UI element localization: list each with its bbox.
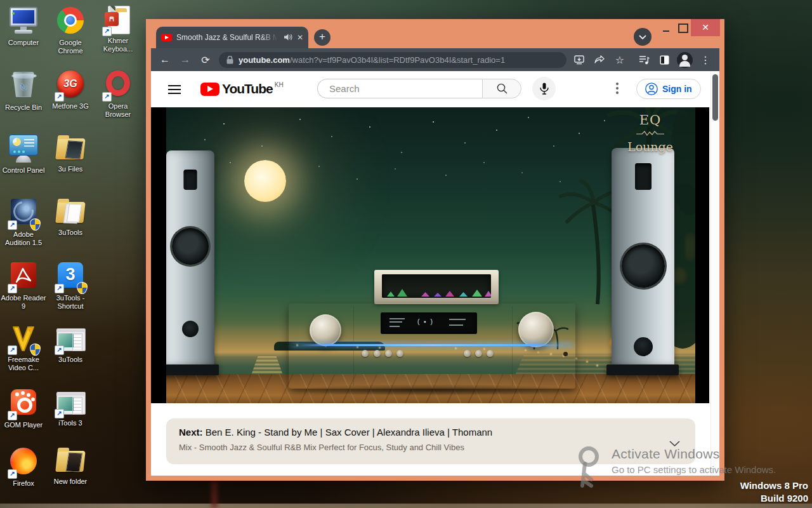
url-bar[interactable]: youtube.com/watch?v=tf9PavO3b4I&list=RDt…	[219, 52, 566, 68]
desktop-icon-3utools-app[interactable]: ↗ 3uTools	[48, 324, 93, 364]
desktop-icon-firefox[interactable]: ↗ Firefox	[1, 446, 46, 488]
minimize-button[interactable]	[661, 24, 671, 33]
scrollbar-thumb[interactable]	[712, 74, 718, 121]
folder-icon	[55, 446, 86, 476]
desktop-icon-computer[interactable]: Computer	[1, 5, 46, 47]
search-button[interactable]	[482, 79, 521, 98]
youtube-page: YouTube KH Sign in	[151, 71, 719, 476]
next-title: Ben E. King - Stand by Me | Sax Cover | …	[203, 427, 493, 438]
adobe-audition-icon: ↗	[8, 199, 39, 229]
youtube-menu-dots-icon[interactable]	[616, 83, 619, 85]
url-path: /watch?v=tf9PavO3b4I&list=RDtf9PavO3b4I&…	[290, 55, 505, 65]
install-icon[interactable]	[572, 52, 587, 67]
app-window-icon: ↗	[55, 324, 86, 354]
computer-icon	[8, 7, 39, 37]
desktop-icon-opera[interactable]: ↗ Opera Browser	[95, 69, 141, 119]
person-icon	[645, 83, 658, 95]
desktop-icon-khmer-keyboard[interactable]: ក↗ Khmer Keyboa...	[95, 5, 141, 53]
menu-dots-icon[interactable]: ⋮	[698, 52, 713, 67]
reload-icon[interactable]: ⟳	[198, 52, 213, 67]
amp-display: ( ▪ )	[381, 312, 477, 334]
desktop-icon-control-panel[interactable]: Control Panel	[1, 133, 46, 175]
back-icon[interactable]: ←	[157, 52, 173, 67]
shore-lights	[166, 107, 168, 109]
voice-search-button[interactable]	[532, 77, 556, 100]
desktop-icon-freemake[interactable]: ↗ Freemake Video C...	[1, 324, 46, 372]
desktop-bottom-band	[0, 504, 812, 508]
youtube-play-icon	[200, 83, 219, 96]
desktop-icon-gom-player[interactable]: ↗ GOM Player	[1, 387, 46, 429]
desktop-icon-3u-files[interactable]: 3u Files	[48, 133, 93, 173]
url-domain: youtube.com	[239, 55, 290, 65]
video-player[interactable]: ( ▪ ) EQ	[151, 107, 709, 403]
sign-in-button[interactable]: Sign in	[636, 79, 701, 99]
page-scrollbar[interactable]	[710, 71, 719, 476]
tab-close-icon[interactable]: ✕	[297, 34, 303, 41]
desktop-icon-3utools-folder[interactable]: 3uTools	[48, 197, 93, 237]
new-tab-button[interactable]: +	[314, 29, 331, 46]
amp-led-strip	[291, 344, 573, 346]
3utools-icon: 3↗	[55, 262, 86, 293]
channel-watermark: EQ Lounge	[615, 112, 685, 154]
chrome-window: Smooth Jazz & Soulful R&B M ✕ + ✕ ← → ⟳ …	[146, 19, 724, 481]
folder-icon	[55, 133, 86, 164]
desktop-icon-itools-3[interactable]: ↗ iTools 3	[48, 387, 93, 427]
moon	[244, 160, 286, 202]
desktop-icon-metfone-3g[interactable]: 3G↗ Metfone 3G	[48, 69, 93, 110]
waveform-icon	[636, 130, 665, 137]
chevron-down-icon	[639, 35, 646, 39]
eq-display-unit	[374, 270, 499, 304]
bookmark-star-icon[interactable]: ☆	[612, 52, 627, 67]
search-input[interactable]	[328, 83, 470, 95]
right-speaker	[612, 148, 674, 366]
youtube-logo[interactable]: YouTube KH	[200, 81, 284, 97]
khmer-keyboard-icon: ក↗	[103, 5, 133, 36]
desktop: Computer Google Chrome ក↗ Khmer Keyboa..…	[0, 0, 812, 508]
square-extension-icon[interactable]	[657, 52, 672, 67]
chrome-icon	[55, 7, 86, 37]
playlist-extension-icon[interactable]	[636, 52, 652, 67]
profile-avatar[interactable]	[677, 52, 693, 68]
share-icon[interactable]	[592, 52, 607, 67]
amplifier: ( ▪ )	[289, 304, 575, 389]
youtube-favicon	[161, 34, 172, 41]
hamburger-menu-icon[interactable]	[168, 85, 181, 86]
lock-icon	[226, 56, 233, 64]
recycle-bin-icon: ↻	[8, 72, 39, 102]
firefox-icon: ↗	[8, 448, 39, 478]
forward-icon[interactable]: →	[178, 52, 193, 67]
tab-search-button[interactable]	[634, 28, 652, 46]
metfone-3g-icon: 3G↗	[55, 70, 86, 101]
amp-knob-right	[518, 312, 554, 347]
desktop-icon-new-folder[interactable]: New folder	[48, 446, 93, 486]
maximize-button[interactable]	[678, 23, 688, 33]
desktop-icon-3utools-shortcut[interactable]: 3↗ 3uTools - Shortcut	[48, 260, 93, 311]
key-icon	[576, 446, 605, 488]
search-icon	[497, 83, 508, 94]
desktop-icon-adobe-reader[interactable]: ↗ Adobe Reader 9	[1, 260, 46, 311]
browser-tab[interactable]: Smooth Jazz & Soulful R&B M ✕	[156, 27, 308, 48]
video-frame[interactable]: ( ▪ ) EQ	[166, 107, 695, 403]
app-window-icon: ↗	[55, 387, 86, 418]
search-box[interactable]	[317, 79, 482, 98]
region-code: KH	[275, 81, 284, 88]
desktop-icon-recycle-bin[interactable]: ↻ Recycle Bin	[1, 69, 46, 112]
left-speaker	[166, 150, 214, 366]
desktop-icon-google-chrome[interactable]: Google Chrome	[48, 5, 93, 55]
browser-toolbar: ← → ⟳ youtube.com/watch?v=tf9PavO3b4I&li…	[151, 48, 719, 71]
adobe-reader-icon: ↗	[8, 262, 39, 293]
gom-player-icon: ↗	[8, 389, 39, 420]
tab-title: Smooth Jazz & Soulful R&B M	[176, 33, 280, 42]
close-button[interactable]: ✕	[691, 19, 720, 36]
windows-version: Windows 8 Pro Build 9200	[740, 479, 808, 505]
amp-knob-left	[310, 314, 341, 346]
desktop-icon-adobe-audition[interactable]: ↗ Adobe Audition 1.5	[1, 197, 46, 247]
freemake-icon: ↗	[8, 324, 39, 354]
folder-icon	[55, 197, 86, 227]
tab-audio-icon[interactable]	[284, 34, 292, 42]
microphone-icon	[540, 83, 549, 95]
control-panel-icon	[8, 135, 39, 165]
youtube-header: YouTube KH Sign in	[151, 71, 719, 107]
opera-icon: ↗	[103, 70, 133, 101]
desktop-red-streak	[211, 481, 218, 508]
